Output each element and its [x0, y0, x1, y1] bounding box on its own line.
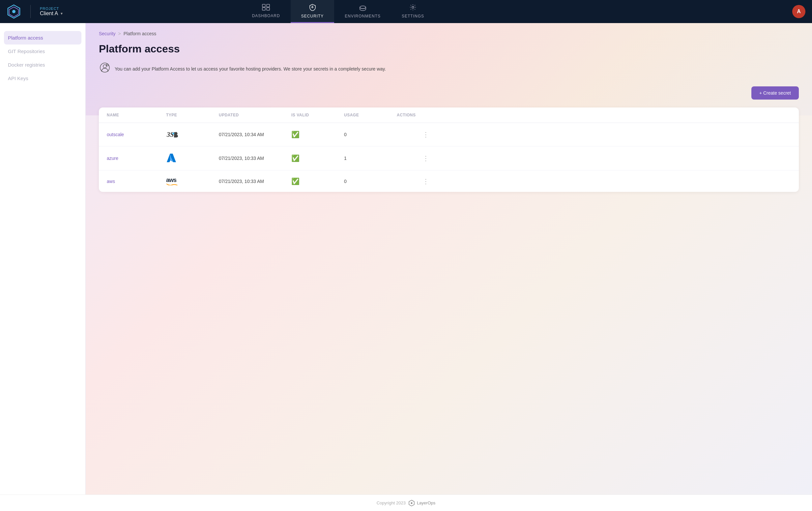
project-dropdown-icon[interactable]: ▾: [61, 11, 63, 16]
sidebar-item-git-repositories[interactable]: GIT Repositories: [0, 45, 85, 58]
nav-label-dashboard: DASHBOARD: [252, 13, 280, 18]
row-valid-aws: ✅: [291, 177, 344, 185]
description-icon: [99, 62, 111, 76]
row-valid-azure: ✅: [291, 154, 344, 162]
sidebar-item-docker-registries[interactable]: Docker registries: [0, 58, 85, 72]
header-updated: UPDATED: [219, 113, 291, 117]
row-type-aws: aws: [166, 177, 219, 185]
row-usage-azure: 1: [344, 155, 397, 161]
top-navigation: PROJECT Client A ▾ DASHBOARD: [0, 0, 812, 23]
table-row: outscale 3S 07/21/2023, 10:34 AM ✅ 0 ⋮: [99, 123, 799, 146]
svg-point-7: [312, 7, 313, 8]
footer-copyright: Copyright 2023: [377, 501, 406, 505]
nav-item-security[interactable]: SECURITY: [291, 0, 335, 23]
table-header: NAME TYPE UPDATED IS VALID USAGE ACTIONS: [99, 108, 799, 123]
main-content: Security > Platform access Platform acce…: [86, 23, 812, 511]
header-is-valid: IS VALID: [291, 113, 344, 117]
svg-text:3S: 3S: [167, 131, 174, 138]
description-row: You can add your Platform Access to let …: [99, 62, 799, 76]
row-usage-outscale: 0: [344, 132, 397, 137]
header-name: NAME: [107, 113, 166, 117]
svg-rect-3: [262, 4, 265, 7]
row-updated-aws: 07/21/2023, 10:33 AM: [219, 179, 291, 184]
row-actions-outscale[interactable]: ⋮: [397, 131, 430, 139]
row-name-aws[interactable]: aws: [107, 179, 166, 184]
outscale-icon: 3S: [166, 130, 179, 139]
svg-rect-6: [267, 7, 269, 10]
row-updated-outscale: 07/21/2023, 10:34 AM: [219, 132, 291, 137]
description-text: You can add your Platform Access to let …: [115, 66, 386, 72]
nav-item-dashboard[interactable]: DASHBOARD: [241, 0, 291, 23]
data-table: NAME TYPE UPDATED IS VALID USAGE ACTIONS…: [99, 108, 799, 192]
footer: Copyright 2023 LayerOps: [0, 494, 812, 511]
breadcrumb: Security > Platform access: [99, 31, 799, 36]
breadcrumb-current: Platform access: [123, 31, 156, 36]
footer-brand-name: LayerOps: [417, 501, 435, 505]
environments-icon: [359, 4, 367, 12]
table-row: aws aws 07/21/2023, 10:33 AM ✅ 0 ⋮: [99, 170, 799, 192]
row-type-outscale: 3S: [166, 130, 219, 139]
valid-checkmark-aws: ✅: [291, 178, 299, 185]
azure-icon: [166, 153, 177, 164]
breadcrumb-parent[interactable]: Security: [99, 31, 116, 36]
nav-center: DASHBOARD SECURITY ENVIRONMENTS: [241, 0, 435, 23]
nav-label-environments: ENVIRONMENTS: [345, 14, 381, 19]
svg-rect-5: [262, 7, 265, 10]
row-type-azure: [166, 153, 219, 164]
nav-divider: [30, 5, 31, 18]
user-avatar[interactable]: A: [792, 5, 805, 18]
page-layout: Platform access GIT Repositories Docker …: [0, 0, 812, 511]
dashboard-icon: [262, 4, 270, 12]
header-type: TYPE: [166, 113, 219, 117]
row-usage-aws: 0: [344, 179, 397, 184]
nav-item-environments[interactable]: ENVIRONMENTS: [334, 0, 391, 23]
sidebar: Platform access GIT Repositories Docker …: [0, 23, 86, 511]
row-name-outscale[interactable]: outscale: [107, 132, 166, 137]
row-actions-aws[interactable]: ⋮: [397, 177, 430, 185]
svg-point-15: [172, 133, 174, 135]
settings-icon: [409, 4, 416, 12]
sidebar-item-platform-access[interactable]: Platform access: [4, 31, 81, 45]
table-row: azure 07/21/2023, 10:33 AM ✅ 1 ⋮: [99, 146, 799, 170]
header-usage: USAGE: [344, 113, 397, 117]
footer-brand: LayerOps: [408, 500, 435, 506]
create-button-container: + Create secret: [99, 86, 799, 100]
page-title: Platform access: [99, 43, 799, 55]
nav-label-settings: SETTINGS: [402, 14, 424, 19]
valid-checkmark-azure: ✅: [291, 154, 299, 162]
row-name-azure[interactable]: azure: [107, 155, 166, 161]
nav-label-security: SECURITY: [301, 14, 324, 19]
svg-point-10: [412, 6, 414, 8]
breadcrumb-separator: >: [118, 31, 121, 36]
project-label: PROJECT: [40, 7, 63, 10]
sidebar-item-api-keys[interactable]: API Keys: [0, 72, 85, 85]
nav-item-settings[interactable]: SETTINGS: [391, 0, 435, 23]
svg-rect-4: [267, 4, 269, 7]
row-valid-outscale: ✅: [291, 131, 344, 139]
project-name[interactable]: Client A ▾: [40, 10, 63, 17]
row-actions-azure[interactable]: ⋮: [397, 154, 430, 162]
header-actions: ACTIONS: [397, 113, 430, 117]
project-info: PROJECT Client A ▾: [40, 7, 63, 17]
footer-logo-icon: [408, 500, 415, 506]
row-updated-azure: 07/21/2023, 10:33 AM: [219, 155, 291, 161]
app-logo[interactable]: [7, 4, 21, 19]
svg-point-2: [12, 10, 16, 13]
svg-point-19: [411, 502, 412, 504]
security-icon: [309, 4, 316, 12]
aws-icon: aws: [166, 177, 178, 185]
valid-checkmark-outscale: ✅: [291, 131, 299, 138]
logo-area: PROJECT Client A ▾: [7, 4, 63, 19]
create-secret-button[interactable]: + Create secret: [751, 86, 799, 100]
